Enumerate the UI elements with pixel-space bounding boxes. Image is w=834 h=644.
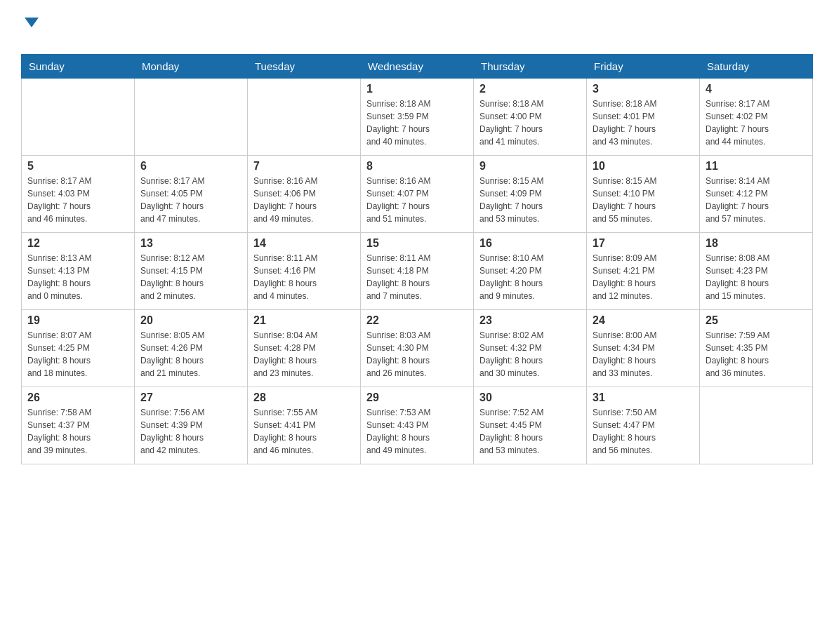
calendar-cell xyxy=(22,79,135,156)
calendar-cell: 20Sunrise: 8:05 AM Sunset: 4:26 PM Dayli… xyxy=(135,310,248,387)
calendar-cell: 2Sunrise: 8:18 AM Sunset: 4:00 PM Daylig… xyxy=(474,79,587,156)
day-info: Sunrise: 7:53 AM Sunset: 4:43 PM Dayligh… xyxy=(366,406,468,457)
calendar-header-row: SundayMondayTuesdayWednesdayThursdayFrid… xyxy=(22,55,813,79)
day-number: 6 xyxy=(140,160,241,173)
day-info: Sunrise: 8:17 AM Sunset: 4:05 PM Dayligh… xyxy=(140,175,241,225)
day-header-monday: Monday xyxy=(135,55,248,79)
day-number: 18 xyxy=(706,237,807,250)
calendar-cell: 19Sunrise: 8:07 AM Sunset: 4:25 PM Dayli… xyxy=(22,310,135,387)
day-header-wednesday: Wednesday xyxy=(361,55,474,79)
day-number: 22 xyxy=(366,314,468,327)
day-info: Sunrise: 8:11 AM Sunset: 4:18 PM Dayligh… xyxy=(366,252,468,302)
day-info: Sunrise: 8:15 AM Sunset: 4:10 PM Dayligh… xyxy=(593,175,694,225)
calendar-cell: 22Sunrise: 8:03 AM Sunset: 4:30 PM Dayli… xyxy=(361,310,474,387)
day-number: 13 xyxy=(140,237,241,250)
day-header-friday: Friday xyxy=(587,55,700,79)
day-info: Sunrise: 8:12 AM Sunset: 4:15 PM Dayligh… xyxy=(140,252,241,302)
day-number: 3 xyxy=(593,83,694,95)
day-number: 5 xyxy=(27,160,128,173)
calendar-cell: 1Sunrise: 8:18 AM Sunset: 3:59 PM Daylig… xyxy=(361,79,474,156)
day-number: 26 xyxy=(27,391,128,404)
day-info: Sunrise: 7:58 AM Sunset: 4:37 PM Dayligh… xyxy=(27,406,128,457)
calendar-cell: 16Sunrise: 8:10 AM Sunset: 4:20 PM Dayli… xyxy=(474,233,587,310)
day-info: Sunrise: 8:04 AM Sunset: 4:28 PM Dayligh… xyxy=(253,329,355,380)
calendar-cell xyxy=(135,79,248,156)
day-header-tuesday: Tuesday xyxy=(248,55,361,79)
day-info: Sunrise: 8:17 AM Sunset: 4:03 PM Dayligh… xyxy=(27,175,128,225)
calendar-cell: 12Sunrise: 8:13 AM Sunset: 4:13 PM Dayli… xyxy=(22,233,135,310)
day-info: Sunrise: 8:18 AM Sunset: 4:01 PM Dayligh… xyxy=(593,98,694,148)
day-info: Sunrise: 7:56 AM Sunset: 4:39 PM Dayligh… xyxy=(140,406,241,457)
day-info: Sunrise: 8:16 AM Sunset: 4:06 PM Dayligh… xyxy=(253,175,355,225)
day-info: Sunrise: 8:18 AM Sunset: 4:00 PM Dayligh… xyxy=(479,98,581,148)
day-number: 23 xyxy=(479,314,581,327)
calendar-cell: 24Sunrise: 8:00 AM Sunset: 4:34 PM Dayli… xyxy=(587,310,700,387)
day-number: 19 xyxy=(27,314,128,327)
calendar-cell: 5Sunrise: 8:17 AM Sunset: 4:03 PM Daylig… xyxy=(22,156,135,233)
day-number: 29 xyxy=(366,391,468,404)
day-number: 7 xyxy=(253,160,355,173)
logo-arrow-icon xyxy=(25,18,39,27)
day-number: 31 xyxy=(593,391,694,404)
day-info: Sunrise: 8:17 AM Sunset: 4:02 PM Dayligh… xyxy=(706,98,807,148)
calendar-cell: 29Sunrise: 7:53 AM Sunset: 4:43 PM Dayli… xyxy=(361,387,474,464)
day-info: Sunrise: 8:14 AM Sunset: 4:12 PM Dayligh… xyxy=(706,175,807,225)
day-number: 15 xyxy=(366,237,468,250)
day-info: Sunrise: 8:18 AM Sunset: 3:59 PM Dayligh… xyxy=(366,98,468,148)
calendar-week-4: 19Sunrise: 8:07 AM Sunset: 4:25 PM Dayli… xyxy=(22,310,813,387)
calendar-cell: 18Sunrise: 8:08 AM Sunset: 4:23 PM Dayli… xyxy=(700,233,813,310)
day-info: Sunrise: 8:08 AM Sunset: 4:23 PM Dayligh… xyxy=(706,252,807,302)
calendar-cell xyxy=(700,387,813,464)
day-number: 4 xyxy=(706,83,807,95)
day-number: 17 xyxy=(593,237,694,250)
day-info: Sunrise: 8:00 AM Sunset: 4:34 PM Dayligh… xyxy=(593,329,694,380)
day-number: 2 xyxy=(479,83,581,95)
calendar-cell: 17Sunrise: 8:09 AM Sunset: 4:21 PM Dayli… xyxy=(587,233,700,310)
calendar-cell: 23Sunrise: 8:02 AM Sunset: 4:32 PM Dayli… xyxy=(474,310,587,387)
day-info: Sunrise: 8:09 AM Sunset: 4:21 PM Dayligh… xyxy=(593,252,694,302)
day-info: Sunrise: 8:07 AM Sunset: 4:25 PM Dayligh… xyxy=(27,329,128,380)
calendar-cell: 3Sunrise: 8:18 AM Sunset: 4:01 PM Daylig… xyxy=(587,79,700,156)
calendar-cell: 14Sunrise: 8:11 AM Sunset: 4:16 PM Dayli… xyxy=(248,233,361,310)
day-info: Sunrise: 8:15 AM Sunset: 4:09 PM Dayligh… xyxy=(479,175,581,225)
calendar-cell: 8Sunrise: 8:16 AM Sunset: 4:07 PM Daylig… xyxy=(361,156,474,233)
day-header-thursday: Thursday xyxy=(474,55,587,79)
day-number: 25 xyxy=(706,314,807,327)
day-number: 24 xyxy=(593,314,694,327)
calendar-week-5: 26Sunrise: 7:58 AM Sunset: 4:37 PM Dayli… xyxy=(22,387,813,464)
day-info: Sunrise: 7:59 AM Sunset: 4:35 PM Dayligh… xyxy=(706,329,807,380)
day-header-saturday: Saturday xyxy=(700,55,813,79)
day-number: 11 xyxy=(706,160,807,173)
calendar-week-1: 1Sunrise: 8:18 AM Sunset: 3:59 PM Daylig… xyxy=(22,79,813,156)
day-number: 12 xyxy=(27,237,128,250)
day-number: 10 xyxy=(593,160,694,173)
calendar-cell: 6Sunrise: 8:17 AM Sunset: 4:05 PM Daylig… xyxy=(135,156,248,233)
page-header xyxy=(21,14,813,47)
calendar-cell: 27Sunrise: 7:56 AM Sunset: 4:39 PM Dayli… xyxy=(135,387,248,464)
calendar-week-3: 12Sunrise: 8:13 AM Sunset: 4:13 PM Dayli… xyxy=(22,233,813,310)
calendar-table: SundayMondayTuesdayWednesdayThursdayFrid… xyxy=(21,54,813,464)
day-number: 28 xyxy=(253,391,355,404)
calendar-cell: 4Sunrise: 8:17 AM Sunset: 4:02 PM Daylig… xyxy=(700,79,813,156)
day-info: Sunrise: 7:52 AM Sunset: 4:45 PM Dayligh… xyxy=(479,406,581,457)
day-info: Sunrise: 8:02 AM Sunset: 4:32 PM Dayligh… xyxy=(479,329,581,380)
calendar-cell: 30Sunrise: 7:52 AM Sunset: 4:45 PM Dayli… xyxy=(474,387,587,464)
day-number: 30 xyxy=(479,391,581,404)
day-number: 20 xyxy=(140,314,241,327)
calendar-cell: 13Sunrise: 8:12 AM Sunset: 4:15 PM Dayli… xyxy=(135,233,248,310)
day-number: 21 xyxy=(253,314,355,327)
day-info: Sunrise: 7:55 AM Sunset: 4:41 PM Dayligh… xyxy=(253,406,355,457)
day-info: Sunrise: 7:50 AM Sunset: 4:47 PM Dayligh… xyxy=(593,406,694,457)
calendar-cell: 15Sunrise: 8:11 AM Sunset: 4:18 PM Dayli… xyxy=(361,233,474,310)
day-header-sunday: Sunday xyxy=(22,55,135,79)
day-info: Sunrise: 8:03 AM Sunset: 4:30 PM Dayligh… xyxy=(366,329,468,380)
day-info: Sunrise: 8:16 AM Sunset: 4:07 PM Dayligh… xyxy=(366,175,468,225)
day-number: 14 xyxy=(253,237,355,250)
calendar-cell: 9Sunrise: 8:15 AM Sunset: 4:09 PM Daylig… xyxy=(474,156,587,233)
day-number: 9 xyxy=(479,160,581,173)
calendar-cell: 26Sunrise: 7:58 AM Sunset: 4:37 PM Dayli… xyxy=(22,387,135,464)
day-info: Sunrise: 8:13 AM Sunset: 4:13 PM Dayligh… xyxy=(27,252,128,302)
calendar-cell xyxy=(248,79,361,156)
calendar-cell: 25Sunrise: 7:59 AM Sunset: 4:35 PM Dayli… xyxy=(700,310,813,387)
day-number: 27 xyxy=(140,391,241,404)
